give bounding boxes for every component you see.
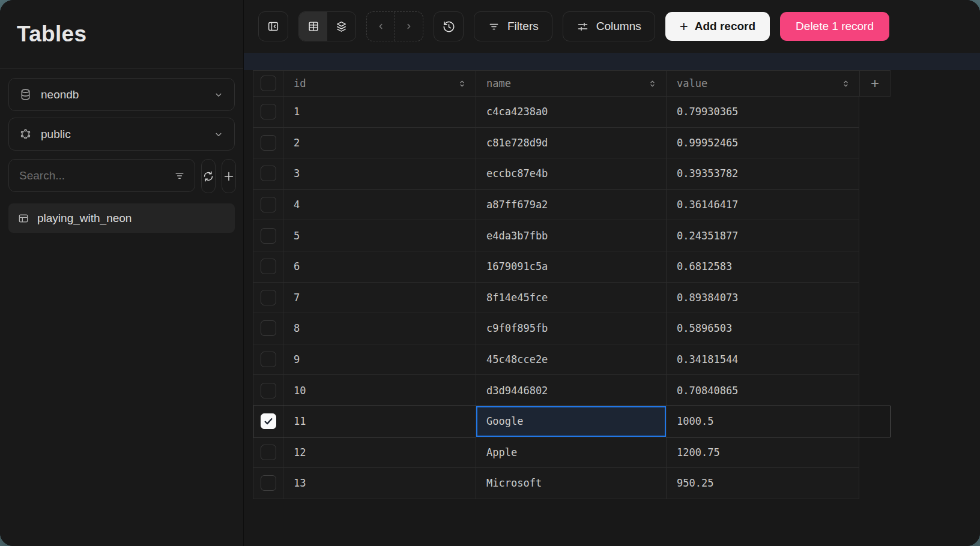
row-checkbox[interactable]	[261, 135, 276, 151]
add-record-button[interactable]: + Add record	[665, 12, 770, 41]
collapse-sidebar-button[interactable]	[258, 11, 288, 41]
column-header-id[interactable]: id	[283, 71, 476, 97]
cell-value[interactable]: 0.6812583	[666, 251, 859, 283]
row-checkbox-cell	[253, 313, 283, 344]
row-checkbox[interactable]	[261, 413, 276, 429]
cell-name[interactable]: Google	[476, 406, 666, 437]
row-checkbox[interactable]	[261, 475, 276, 491]
table-row: 5e4da3b7fbb0.24351877	[253, 220, 891, 251]
cell-id[interactable]: 2	[283, 128, 476, 159]
cell-value[interactable]: 0.99952465	[666, 128, 859, 159]
cell-id[interactable]: 9	[283, 344, 476, 376]
cell-name[interactable]: c81e728d9d	[476, 128, 666, 159]
table-row: 11Google1000.5	[253, 406, 891, 437]
cell-name[interactable]: c4ca4238a0	[476, 97, 666, 128]
cell-name[interactable]: a87ff679a2	[476, 190, 666, 221]
cell-id[interactable]: 4	[283, 190, 476, 221]
tab-layers-view[interactable]	[327, 12, 355, 41]
cell-value[interactable]: 0.70840865	[666, 375, 859, 406]
chevron-down-icon	[213, 89, 224, 100]
row-checkbox-cell	[253, 406, 283, 437]
layers-view-icon	[334, 20, 348, 34]
row-checkbox-cell	[253, 128, 283, 159]
table-row: 1c4ca4238a00.79930365	[253, 97, 891, 128]
table-row: 3eccbc87e4b0.39353782	[253, 158, 891, 190]
schema-select-label: public	[41, 128, 71, 141]
cell-name[interactable]: 8f14e45fce	[476, 283, 666, 314]
new-table-button[interactable]	[222, 159, 236, 193]
cell-id[interactable]: 10	[283, 375, 476, 406]
cell-id[interactable]: 5	[283, 220, 476, 251]
cell-id[interactable]: 12	[283, 437, 476, 469]
cell-value[interactable]: 1200.75	[666, 437, 859, 469]
table-row: 12Apple1200.75	[253, 437, 891, 469]
row-checkbox-cell	[253, 437, 283, 469]
cell-name[interactable]: 45c48cce2e	[476, 344, 666, 376]
table-row: 945c48cce2e0.34181544	[253, 344, 891, 376]
cell-value[interactable]: 0.5896503	[666, 313, 859, 344]
cell-value[interactable]: 0.79930365	[666, 97, 859, 128]
cell-name[interactable]: Microsoft	[476, 468, 666, 499]
grid-view-icon	[307, 20, 320, 33]
filters-button[interactable]: Filters	[474, 11, 552, 41]
sidebar-item-playing-with-neon[interactable]: playing_with_neon	[8, 203, 235, 233]
database-select[interactable]: neondb	[8, 78, 235, 111]
table-row: 8c9f0f895fb0.5896503	[253, 313, 891, 344]
table-row: 10d3d94468020.70840865	[253, 375, 891, 406]
schema-select[interactable]: public	[8, 118, 235, 151]
search-input[interactable]	[18, 169, 168, 183]
sort-icon	[841, 79, 851, 89]
cell-id[interactable]: 3	[283, 158, 476, 190]
data-grid: id name value	[253, 70, 891, 499]
row-checkbox-cell	[253, 220, 283, 251]
row-checkbox[interactable]	[261, 290, 276, 305]
cell-id[interactable]: 7	[283, 283, 476, 314]
prev-page-button[interactable]	[367, 12, 395, 41]
column-header-name[interactable]: name	[476, 71, 666, 97]
cell-name[interactable]: eccbc87e4b	[476, 158, 666, 190]
cell-value[interactable]: 0.39353782	[666, 158, 859, 190]
cell-name[interactable]: 1679091c5a	[476, 251, 666, 283]
refresh-button[interactable]	[201, 159, 216, 193]
cell-name[interactable]: e4da3b7fbb	[476, 220, 666, 251]
row-checkbox-cell	[253, 97, 283, 128]
row-checkbox[interactable]	[261, 352, 276, 367]
row-checkbox[interactable]	[261, 228, 276, 244]
row-checkbox[interactable]	[261, 259, 276, 274]
cell-id[interactable]: 8	[283, 313, 476, 344]
row-checkbox[interactable]	[261, 320, 276, 336]
cell-name[interactable]: Apple	[476, 437, 666, 469]
cell-name[interactable]: d3d9446802	[476, 375, 666, 406]
table-row: 4a87ff679a20.36146417	[253, 190, 891, 221]
columns-button[interactable]: Columns	[563, 11, 655, 41]
cell-value[interactable]: 0.89384073	[666, 283, 859, 314]
row-checkbox[interactable]	[261, 166, 276, 181]
column-header-label: id	[294, 77, 306, 89]
cell-id[interactable]: 1	[283, 97, 476, 128]
cell-value[interactable]: 950.25	[666, 468, 859, 499]
add-column-button[interactable]: +	[859, 71, 891, 97]
row-checkbox[interactable]	[261, 197, 276, 212]
row-checkbox[interactable]	[261, 445, 276, 460]
select-all-checkbox[interactable]	[261, 76, 276, 91]
cell-id[interactable]: 13	[283, 468, 476, 499]
search-row	[8, 159, 235, 193]
plus-icon: +	[680, 19, 688, 34]
cell-value[interactable]: 0.36146417	[666, 190, 859, 221]
row-checkbox[interactable]	[261, 383, 276, 398]
row-checkbox[interactable]	[261, 104, 276, 119]
cell-value[interactable]: 1000.5	[666, 406, 859, 437]
cell-id[interactable]: 6	[283, 251, 476, 283]
sort-icon	[457, 79, 467, 89]
cell-value[interactable]: 0.34181544	[666, 344, 859, 376]
column-header-label: name	[486, 77, 511, 89]
search-box	[8, 159, 195, 192]
tab-grid-view[interactable]	[299, 12, 327, 41]
delete-record-button[interactable]: Delete 1 record	[780, 12, 889, 41]
cell-name[interactable]: c9f0f895fb	[476, 313, 666, 344]
cell-id[interactable]: 11	[283, 406, 476, 437]
cell-value[interactable]: 0.24351877	[666, 220, 859, 251]
history-button[interactable]	[434, 11, 464, 41]
column-header-value[interactable]: value	[666, 71, 859, 97]
next-page-button[interactable]	[395, 12, 423, 41]
